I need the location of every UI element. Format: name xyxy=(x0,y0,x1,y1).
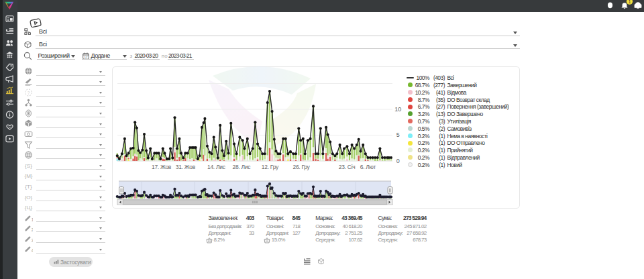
svg-text:{Ц}: {Ц} xyxy=(24,205,32,211)
svg-text:{М}: {М} xyxy=(24,173,32,179)
svg-text:26. Гру: 26. Гру xyxy=(292,164,310,170)
svg-text:5: 5 xyxy=(396,131,400,138)
svg-text:4: 4 xyxy=(31,249,32,254)
svg-text:3: 3 xyxy=(31,238,32,243)
svg-text:2: 2 xyxy=(31,228,32,233)
svg-text:{О}: {О} xyxy=(24,194,32,201)
svg-text:{S}: {S} xyxy=(25,163,32,169)
svg-text:6. Лют: 6. Лют xyxy=(360,164,376,170)
svg-text:1: 1 xyxy=(31,217,32,222)
svg-text:0: 0 xyxy=(396,158,400,164)
svg-text:{Т}: {Т} xyxy=(25,184,32,190)
svg-text:28. Лис: 28. Лис xyxy=(233,164,252,170)
svg-text:14. Лис: 14. Лис xyxy=(207,164,226,170)
svg-text:?: ? xyxy=(27,90,30,95)
svg-text:17. Жов: 17. Жов xyxy=(152,164,172,170)
svg-text:23. Січ: 23. Січ xyxy=(339,164,356,170)
svg-text:31. Жов: 31. Жов xyxy=(176,164,196,170)
svg-text:17: 17 xyxy=(85,55,88,58)
svg-text:10: 10 xyxy=(394,106,401,113)
svg-text:1: 1 xyxy=(629,0,631,4)
svg-text:12. Гру: 12. Гру xyxy=(262,164,279,170)
